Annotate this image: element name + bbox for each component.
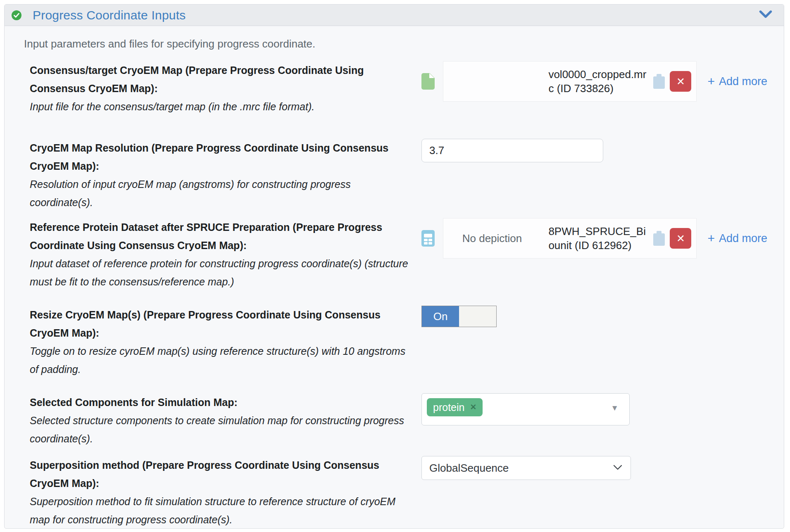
field-label: Reference Protein Dataset after SPRUCE P… — [30, 218, 409, 254]
field-selected-components: Selected Components for Simulation Map: … — [30, 393, 767, 448]
clipboard-icon[interactable] — [653, 74, 665, 89]
field-description: Toggle on to resize cyroEM map(s) using … — [30, 342, 409, 378]
field-description: Resolution of input cryoEM map (angstrom… — [30, 175, 409, 211]
panel-header: Progress Coordinate Inputs — [5, 5, 784, 26]
field-label: CryoEM Map Resolution (Prepare Progress … — [30, 139, 409, 175]
tag-remove-icon[interactable]: ✕ — [470, 403, 476, 412]
file-name: vol0000_cropped.mrc (ID 733826) — [548, 67, 649, 96]
file-name: 8PWH_SPRUCE_Biounit (ID 612962) — [548, 224, 649, 253]
resize-toggle-switch[interactable]: On — [421, 306, 497, 327]
add-more-link[interactable]: +Add more — [707, 74, 767, 88]
field-reference-dataset: Reference Protein Dataset after SPRUCE P… — [30, 218, 767, 291]
progress-coordinate-panel: Progress Coordinate Inputs Input paramet… — [4, 4, 784, 529]
chevron-down-icon — [613, 464, 622, 472]
field-label: Resize CryoEM Map(s) (Prepare Progress C… — [30, 306, 409, 342]
toggle-off-track — [459, 306, 496, 327]
remove-file-button[interactable]: ✕ — [670, 228, 691, 249]
chevron-down-icon — [759, 10, 772, 20]
file-card: No depiction 8PWH_SPRUCE_Biounit (ID 612… — [443, 218, 697, 259]
field-description: Selected structure components to create … — [30, 411, 409, 448]
toggle-on-label: On — [422, 306, 459, 327]
field-map-resolution: CryoEM Map Resolution (Prepare Progress … — [30, 139, 767, 211]
collapse-section-button[interactable] — [757, 9, 774, 21]
field-description: Input dataset of reference protein for c… — [30, 254, 409, 291]
check-circle-icon — [11, 10, 22, 21]
field-label: Consensus/target CryoEM Map (Prepare Pro… — [30, 61, 409, 97]
file-earmark-icon — [421, 73, 435, 90]
file-card: vol0000_cropped.mrc (ID 733826) ✕ — [443, 61, 697, 102]
plus-icon: + — [707, 74, 715, 88]
caret-down-icon: ▼ — [611, 404, 619, 413]
resolution-input[interactable] — [421, 139, 603, 162]
field-consensus-map: Consensus/target CryoEM Map (Prepare Pro… — [30, 61, 767, 116]
dataset-table-icon — [421, 230, 435, 247]
field-resize-toggle: Resize CryoEM Map(s) (Prepare Progress C… — [30, 306, 767, 378]
section-subtitle: Input parameters and files for specifyin… — [24, 38, 767, 50]
file-depiction: No depiction — [448, 232, 536, 245]
field-superposition-method: Superposition method (Prepare Progress C… — [30, 456, 767, 529]
remove-file-button[interactable]: ✕ — [670, 71, 691, 92]
selected-option: GlobalSequence — [429, 462, 509, 475]
field-description: Input file for the consensus/target map … — [30, 97, 409, 116]
clipboard-icon[interactable] — [653, 231, 665, 246]
panel-body: Input parameters and files for specifyin… — [5, 26, 784, 529]
field-label: Superposition method (Prepare Progress C… — [30, 456, 409, 492]
field-description: Superposition method to fit simulation s… — [30, 492, 409, 529]
plus-icon: + — [707, 231, 715, 245]
components-multiselect[interactable]: protein ✕ ▼ — [421, 393, 630, 425]
tag-protein: protein ✕ — [427, 398, 483, 416]
panel-title: Progress Coordinate Inputs — [33, 8, 186, 22]
field-label: Selected Components for Simulation Map: — [30, 393, 409, 411]
superposition-method-select[interactable]: GlobalSequence — [421, 456, 631, 480]
add-more-link[interactable]: +Add more — [707, 231, 767, 245]
